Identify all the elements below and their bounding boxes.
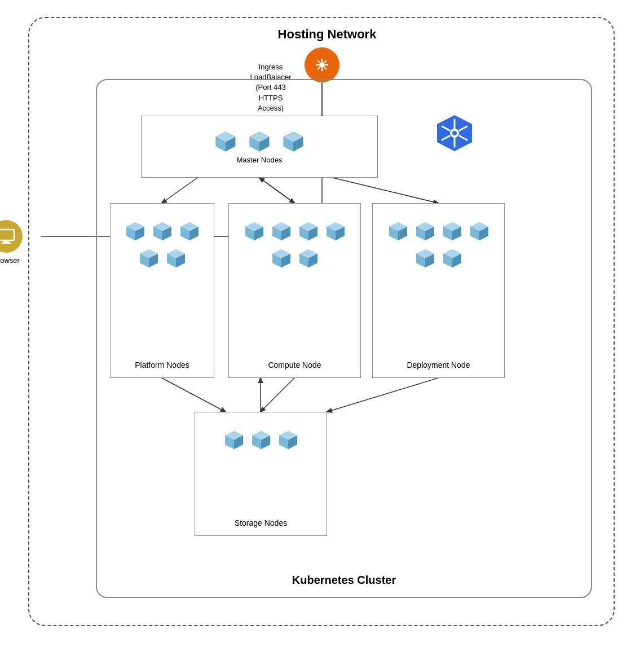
k8s-cluster-label: Kubernetes Cluster bbox=[97, 574, 591, 587]
deployment-cube-4 bbox=[469, 221, 490, 242]
svg-rect-15 bbox=[1, 243, 11, 244]
compute-node-label: Compute Node bbox=[229, 360, 360, 370]
master-cube-3 bbox=[281, 130, 305, 153]
master-nodes-label: Master Nodes bbox=[237, 156, 283, 164]
deployment-cube-5 bbox=[414, 248, 436, 269]
compute-cube-3 bbox=[298, 221, 319, 242]
platform-cube-5 bbox=[165, 248, 187, 269]
compute-icons-grid bbox=[229, 215, 360, 275]
compute-cube-6 bbox=[298, 248, 319, 269]
deployment-cube-3 bbox=[442, 221, 463, 242]
compute-cube-2 bbox=[271, 221, 292, 242]
monitor-svg bbox=[0, 227, 16, 246]
compute-nodes-box: Compute Node bbox=[228, 203, 361, 378]
platform-icons-grid bbox=[111, 215, 214, 275]
master-cube-1 bbox=[214, 130, 237, 153]
storage-nodes-label: Storage Nodes bbox=[195, 518, 327, 527]
browser-circle bbox=[0, 220, 23, 253]
svg-point-24 bbox=[452, 131, 457, 135]
platform-cube-2 bbox=[152, 221, 173, 242]
master-nodes-box: Master Nodes bbox=[141, 116, 378, 178]
platform-cube-1 bbox=[125, 221, 146, 242]
master-cube-2 bbox=[248, 130, 271, 153]
storage-icons-grid bbox=[195, 424, 327, 456]
k8s-logo bbox=[434, 113, 475, 153]
svg-point-21 bbox=[320, 63, 324, 67]
compute-cube-5 bbox=[271, 248, 292, 269]
compute-cube-1 bbox=[244, 221, 265, 242]
hosting-network-label: Hosting Network bbox=[28, 27, 626, 42]
platform-nodes-label: Platform Nodes bbox=[111, 360, 214, 370]
browser-label: Browser bbox=[0, 256, 20, 265]
platform-cube-3 bbox=[179, 221, 200, 242]
k8s-logo-svg bbox=[434, 113, 475, 153]
storage-cube-1 bbox=[223, 429, 245, 451]
deployment-icons-grid bbox=[373, 215, 504, 275]
deployment-node-label: Deployment Node bbox=[373, 360, 504, 370]
deployment-nodes-box: Deployment Node bbox=[372, 203, 505, 378]
svg-rect-13 bbox=[0, 230, 14, 240]
storage-cube-2 bbox=[250, 429, 272, 451]
deployment-cube-6 bbox=[442, 248, 463, 269]
platform-nodes-box: Platform Nodes bbox=[110, 203, 214, 378]
master-nodes-icons bbox=[214, 130, 305, 153]
deployment-cube-2 bbox=[414, 221, 436, 242]
deployment-cube-1 bbox=[387, 221, 409, 242]
svg-rect-14 bbox=[3, 240, 9, 243]
diagram-container: Hosting Network bbox=[28, 17, 626, 643]
storage-cube-3 bbox=[277, 429, 299, 451]
storage-nodes-box: Storage Nodes bbox=[195, 412, 327, 536]
platform-cube-4 bbox=[138, 248, 160, 269]
lb-svg bbox=[311, 54, 333, 76]
compute-cube-4 bbox=[325, 221, 346, 242]
browser-icon: Browser bbox=[0, 220, 23, 265]
